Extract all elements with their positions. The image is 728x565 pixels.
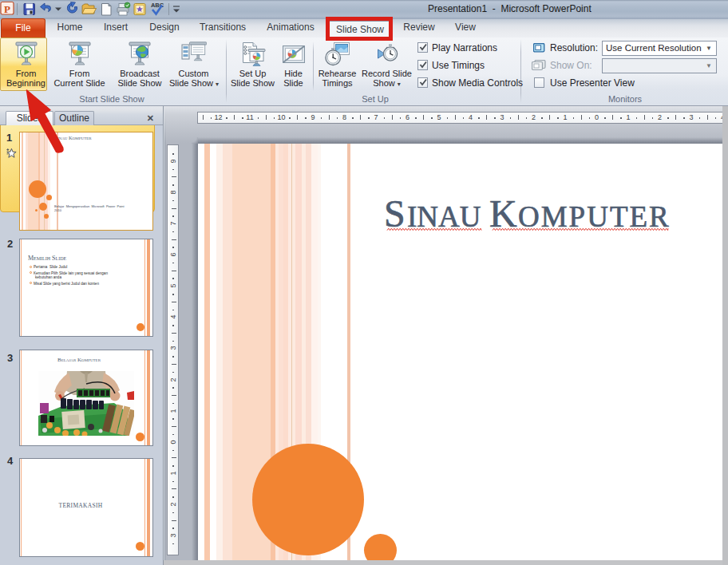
svg-text:K: K — [489, 192, 517, 235]
svg-text:OMPUTER: OMPUTER — [518, 200, 671, 233]
svg-text:ABC: ABC — [151, 2, 164, 9]
svg-text:INAU: INAU — [407, 200, 481, 233]
